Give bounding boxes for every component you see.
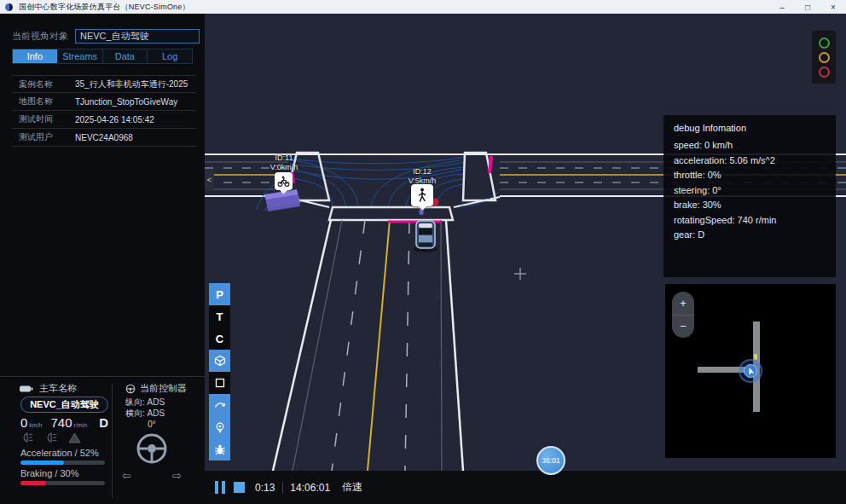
table-row: 测试用户 NEVC24A0968 bbox=[12, 129, 196, 147]
debug-panel-title: debug Infomation bbox=[674, 123, 826, 133]
sidebar-collapse-button[interactable]: < bbox=[205, 169, 214, 191]
cyclist-id: ID:11 bbox=[254, 154, 314, 163]
sidebar-tabs: Info Streams Data Log bbox=[12, 49, 193, 64]
playback-divider bbox=[282, 482, 283, 494]
debug-gear: gear: D bbox=[674, 228, 826, 243]
crosswalks bbox=[286, 153, 495, 220]
camera-t-button[interactable]: T bbox=[209, 305, 230, 327]
tab-data[interactable]: Data bbox=[103, 49, 148, 63]
elapsed-time: 0:13 bbox=[255, 482, 275, 494]
view-target-input[interactable] bbox=[75, 29, 200, 43]
locate-button[interactable] bbox=[209, 416, 230, 438]
debug-speed: speed: 0 km/h bbox=[674, 138, 826, 154]
trajectory-icon bbox=[214, 399, 226, 411]
acceleration-bar-fill bbox=[20, 461, 64, 465]
acceleration-label: Acceleration / 52% bbox=[20, 448, 99, 458]
debug-throttle: throttle: 0% bbox=[674, 168, 826, 183]
tab-streams[interactable]: Streams bbox=[58, 49, 103, 63]
map-name-value: TJunction_StopToGiveWay bbox=[75, 97, 196, 107]
ego-vehicle-button[interactable]: NEVC_自动驾驶 bbox=[20, 397, 108, 413]
gear-indicator: D bbox=[99, 415, 108, 430]
window-controls: – □ × bbox=[769, 0, 846, 14]
playback-bar: 0:13 14:06:01 倍速 bbox=[205, 471, 846, 504]
ego-vehicle bbox=[414, 221, 437, 252]
bounding-box-button[interactable] bbox=[209, 372, 230, 394]
indicator-lamps bbox=[20, 432, 81, 443]
traffic-light-indicator bbox=[812, 31, 836, 84]
steering-wheel-small-icon bbox=[125, 384, 136, 394]
pedestrian-label: ID:12 V:5km/h bbox=[397, 167, 448, 186]
info-table: 案例名称 35_行人和非机动车通行-2025 地图名称 TJunction_St… bbox=[12, 75, 196, 147]
viewport-toolbar: P T C bbox=[209, 283, 230, 461]
playback-speed-button[interactable]: 倍速 bbox=[342, 480, 362, 495]
bug-icon bbox=[214, 443, 226, 455]
pause-button[interactable] bbox=[215, 481, 225, 494]
debug-button[interactable] bbox=[209, 438, 230, 461]
traffic-light-red bbox=[819, 67, 830, 78]
minimap-ego-marker bbox=[739, 359, 762, 383]
braking-bar-fill bbox=[20, 481, 46, 485]
title-bar: 国创中心数字化场景仿真平台（NEVC-SimOne） – □ × bbox=[0, 0, 846, 14]
app-window: 国创中心数字化场景仿真平台（NEVC-SimOne） – □ × 当前视角对象 … bbox=[0, 0, 846, 504]
hazard-triangle-icon bbox=[68, 432, 81, 443]
map-name-label: 地图名称 bbox=[12, 96, 75, 107]
controller-title: 当前控制器 bbox=[140, 382, 187, 395]
ego-vehicle-section: 主车名称 NEVC_自动驾驶 0 km/h 740 r/min D Accele… bbox=[0, 377, 112, 504]
steer-direction-arrows: ⇦ ⇨ bbox=[112, 469, 192, 482]
stem-road bbox=[273, 220, 463, 471]
controller-section: 当前控制器 纵向: ADS 横向: ADS 0° ⇦ ⇨ bbox=[112, 377, 205, 504]
simulation-viewport[interactable]: ID:11 V:0km/h ID:12 V:5km/h < P T C bbox=[205, 14, 846, 471]
minimap-zoom-controls: + − bbox=[672, 292, 694, 338]
pedestrian-icon bbox=[416, 188, 428, 203]
table-row: 测试时间 2025-04-26 14:05:42 bbox=[12, 111, 196, 129]
camera-c-button[interactable]: C bbox=[209, 327, 230, 350]
braking-label: Braking / 30% bbox=[20, 468, 78, 478]
camera-p-button[interactable]: P bbox=[209, 283, 230, 305]
minimap[interactable]: + − bbox=[665, 284, 836, 458]
timer-badge-button[interactable]: 36:01 bbox=[536, 446, 565, 475]
debug-acceleration: acceleration: 5.06 m/s^2 bbox=[674, 154, 826, 169]
rpm-value: 740 bbox=[51, 415, 72, 430]
case-name-value: 35_行人和非机动车通行-2025 bbox=[75, 78, 196, 90]
tab-info[interactable]: Info bbox=[13, 49, 58, 63]
battery-car-icon bbox=[19, 385, 34, 393]
crosshair-cursor bbox=[514, 268, 526, 280]
rpm-unit: r/min bbox=[74, 422, 88, 428]
view-target-label: 当前视角对象 bbox=[12, 30, 68, 43]
bottom-crosswalk bbox=[329, 207, 453, 220]
stop-button[interactable] bbox=[234, 482, 245, 493]
debug-brake: brake: 30% bbox=[674, 198, 826, 213]
steer-left-arrow-icon: ⇦ bbox=[122, 469, 131, 482]
steering-wheel-icon bbox=[135, 432, 169, 469]
zoom-out-button[interactable]: − bbox=[672, 316, 694, 339]
minimize-button[interactable]: – bbox=[769, 0, 795, 14]
pedestrian-bubble bbox=[411, 184, 433, 206]
close-button[interactable]: × bbox=[820, 0, 846, 14]
maximize-button[interactable]: □ bbox=[795, 0, 820, 14]
steer-right-arrow-icon: ⇨ bbox=[172, 469, 182, 482]
test-user-value: NEVC24A0968 bbox=[75, 133, 196, 142]
debug-steering: steering: 0° bbox=[674, 183, 826, 199]
traffic-light-yellow bbox=[819, 52, 830, 63]
controller-header: 当前控制器 bbox=[125, 382, 187, 395]
zoom-in-button[interactable]: + bbox=[672, 292, 694, 316]
left-lamp-icon bbox=[20, 432, 34, 443]
debug-rotating-speed: rotatingSpeed: 740 r/min bbox=[674, 213, 826, 229]
cyclist-label: ID:11 V:0km/h bbox=[254, 154, 314, 172]
clock-time: 14:06:01 bbox=[290, 482, 330, 494]
cube-view-button[interactable] bbox=[209, 350, 230, 372]
acceleration-bar bbox=[20, 461, 105, 465]
view-target-row: 当前视角对象 bbox=[0, 29, 205, 43]
square-icon bbox=[214, 377, 226, 389]
table-row: 地图名称 TJunction_StopToGiveWay bbox=[12, 93, 196, 111]
test-user-label: 测试用户 bbox=[12, 131, 75, 143]
speed-value: 0 bbox=[20, 415, 27, 430]
braking-bar bbox=[20, 481, 105, 485]
cyclist-speed: V:0km/h bbox=[254, 163, 314, 172]
cyclist-icon bbox=[277, 176, 290, 187]
trajectory-button[interactable] bbox=[209, 394, 230, 416]
case-name-label: 案例名称 bbox=[12, 78, 75, 90]
tab-log[interactable]: Log bbox=[148, 49, 192, 63]
vehicle-name-header: 主车名称 bbox=[19, 382, 77, 395]
cube-icon bbox=[214, 355, 226, 367]
